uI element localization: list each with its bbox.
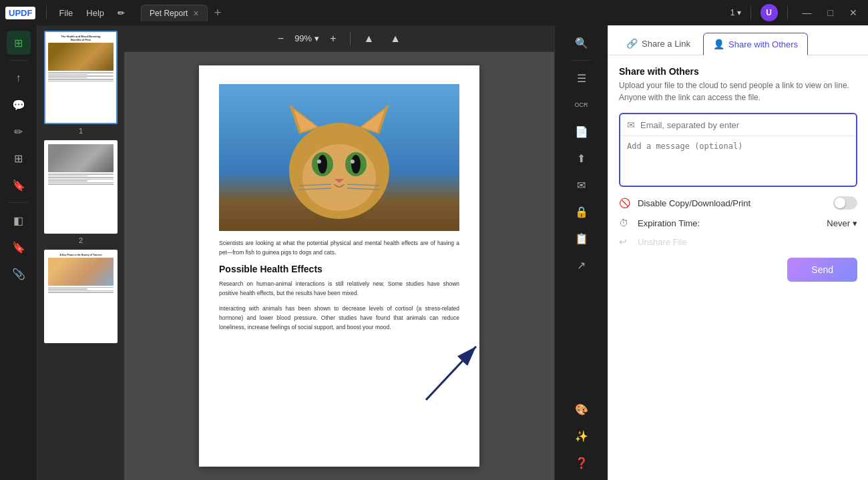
pdf-toolbar: − 99% ▾ + ▲ ▲: [124, 25, 554, 52]
sidebar-edit-icon[interactable]: ✏: [7, 119, 31, 144]
pdf-body-text-1: Scientists are looking at what the poten…: [219, 239, 459, 257]
thumbnail-page-1[interactable]: The Health and Mood-BoostingBenefits of …: [43, 31, 119, 135]
tab-area: Pet Report × +: [141, 5, 728, 21]
zoom-display: 99% ▾: [294, 33, 319, 43]
pdf-body-text-3: Interacting with animals has been shown …: [219, 304, 459, 332]
pdf-heading-1: Possible Health Effects: [219, 264, 459, 274]
options-section: 🚫 Disable Copy/Download/Print ⏱ Expirati…: [619, 196, 857, 247]
sidebar-sep1: [9, 60, 28, 61]
thumbnail-panel: The Health and Mood-BoostingBenefits of …: [37, 25, 124, 480]
zoom-out-btn[interactable]: −: [272, 30, 289, 47]
sidebar-layers-icon[interactable]: ◧: [7, 208, 31, 232]
sidebar-table-icon[interactable]: ⊞: [7, 146, 31, 170]
disable-option-row: 🚫 Disable Copy/Download/Print: [619, 196, 857, 210]
share-link-label: Share a Link: [642, 39, 690, 49]
expiry-value[interactable]: Never ▾: [827, 218, 857, 228]
file-menu[interactable]: File: [53, 5, 78, 21]
zoom-in-btn[interactable]: +: [324, 30, 341, 47]
thumbnail-page-2[interactable]: 2: [43, 140, 119, 244]
pdf-page: Scientists are looking at what the poten…: [199, 65, 479, 467]
share-link-icon: 🔗: [626, 38, 638, 49]
right-color-icon[interactable]: 🎨: [570, 397, 594, 421]
svg-point-10: [317, 160, 321, 164]
pdf-body-text-2: Research on human-animal interactions is…: [219, 280, 459, 298]
sidebar-bookmark-icon[interactable]: 🔖: [7, 173, 31, 197]
minimize-btn[interactable]: —: [797, 6, 817, 19]
sidebar-paperclip-icon[interactable]: 📎: [7, 262, 31, 286]
right-ocr-icon[interactable]: OCR: [570, 93, 594, 117]
expiry-label: Expiration Time:: [638, 218, 821, 228]
share-panel: 🔗 Share a Link 👤 Share with Others Share…: [608, 25, 868, 480]
tab-close-btn[interactable]: ×: [193, 9, 198, 18]
titlebar-divider: [46, 6, 47, 19]
maximize-btn[interactable]: □: [823, 6, 839, 19]
sidebar-grid-icon[interactable]: ⊞: [7, 31, 31, 55]
thumb-content-1: The Health and Mood-BoostingBenefits of …: [48, 35, 114, 120]
expiry-icon: ⏱: [619, 218, 632, 228]
pdf-main-image: [219, 84, 459, 231]
svg-point-9: [351, 155, 361, 174]
sidebar-bookmark2-icon[interactable]: 🔖: [7, 235, 31, 259]
thumb-cat-img: [48, 43, 114, 71]
send-btn-row: Send: [619, 258, 857, 282]
thumb-img-1: The Health and Mood-BoostingBenefits of …: [44, 31, 118, 124]
right-ai-icon[interactable]: ✨: [570, 424, 594, 448]
sidebar-upload-icon[interactable]: ↑: [7, 66, 31, 90]
disable-label: Disable Copy/Download/Print: [638, 198, 828, 208]
share-others-label: Share with Others: [728, 39, 798, 49]
thumb-img-2: [44, 140, 118, 234]
page-indicator[interactable]: 1 ▾: [730, 8, 741, 17]
unshare-icon: ↩: [619, 236, 632, 247]
left-sidebar: ⊞ ↑ 💬 ✏ ⊞ 🔖 ◧ 🔖 📎: [0, 25, 37, 480]
right-share-icon[interactable]: ↗: [570, 253, 594, 277]
titlebar-right: 1 ▾ U — □ ✕: [730, 4, 863, 21]
right-security-icon[interactable]: 🔒: [570, 200, 594, 224]
svg-point-11: [351, 160, 355, 164]
right-list-icon[interactable]: ☰: [570, 66, 594, 90]
new-tab-btn[interactable]: +: [210, 5, 226, 21]
right-stamp-icon[interactable]: 📋: [570, 226, 594, 250]
pdf-content[interactable]: Scientists are looking at what the poten…: [124, 52, 554, 480]
close-btn[interactable]: ✕: [844, 6, 863, 19]
pdf-viewer: − 99% ▾ + ▲ ▲: [124, 25, 554, 480]
disable-toggle[interactable]: [833, 196, 857, 210]
right-mail-icon[interactable]: ✉: [570, 173, 594, 197]
right-help-icon[interactable]: ❓: [570, 451, 594, 475]
cat-svg: [279, 97, 399, 224]
share-link-tab[interactable]: 🔗 Share a Link: [616, 32, 700, 55]
thumb-content-2: [48, 144, 114, 230]
unshare-label: Unshare File: [638, 237, 857, 247]
thumb-label-1: 1: [79, 127, 83, 135]
share-content: Share with Others Upload your file to th…: [608, 55, 868, 480]
sidebar-comment-icon[interactable]: 💬: [7, 93, 31, 117]
titlebar-divider2: [750, 6, 751, 19]
email-input-container: ✉: [619, 113, 857, 187]
message-textarea[interactable]: [620, 136, 856, 183]
help-menu[interactable]: Help: [81, 5, 110, 21]
nav-up-btn[interactable]: ▲: [359, 30, 380, 47]
pet-report-tab[interactable]: Pet Report ×: [141, 5, 208, 21]
share-others-tab[interactable]: 👤 Share with Others: [703, 33, 808, 55]
user-avatar[interactable]: U: [761, 4, 778, 21]
app-logo[interactable]: UPDF: [5, 7, 35, 19]
share-others-icon: 👤: [713, 39, 724, 49]
email-input[interactable]: [640, 120, 849, 130]
share-description: Upload your file to the cloud to send pe…: [619, 79, 857, 103]
right-sidebar: 🔍 ☰ OCR 📄 ⬆ ✉ 🔒 📋 ↗ 🎨 ✨ ❓: [554, 25, 608, 480]
thumbnail-page-3[interactable]: A Key Phase in the History of Tourism: [43, 250, 119, 346]
thumb-label-2: 2: [79, 236, 83, 244]
titlebar-divider3: [787, 6, 788, 19]
send-button[interactable]: Send: [787, 258, 857, 282]
arrow-overlay: [419, 333, 499, 413]
right-compress-icon[interactable]: ⬆: [570, 146, 594, 170]
edit-mode-btn[interactable]: ✏: [112, 5, 130, 21]
titlebar: UPDF File Help ✏ Pet Report × + 1 ▾ U — …: [0, 0, 868, 25]
expiry-row: ⏱ Expiration Time: Never ▾: [619, 218, 857, 228]
sidebar-sep2: [9, 202, 28, 203]
right-search-icon[interactable]: 🔍: [570, 31, 594, 55]
nav-all-btn[interactable]: ▲: [385, 30, 406, 47]
share-tabs: 🔗 Share a Link 👤 Share with Others: [608, 25, 868, 55]
thumb-city-img: [48, 258, 114, 286]
svg-line-19: [426, 346, 476, 400]
right-convert-icon[interactable]: 📄: [570, 119, 594, 144]
